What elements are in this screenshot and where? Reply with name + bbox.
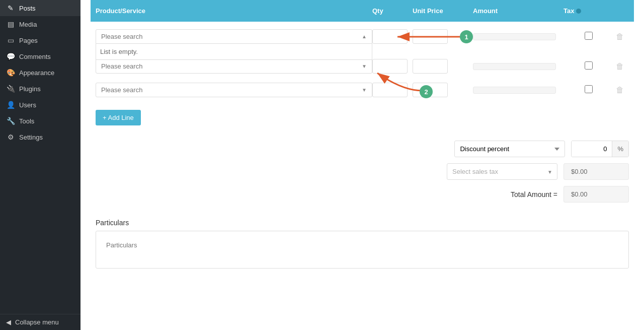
unit-price-cell-row2 bbox=[413, 59, 473, 74]
dropdown-arrow-row3: ▼ bbox=[362, 87, 367, 93]
tax-checkbox-row2[interactable] bbox=[585, 61, 593, 70]
col-tax: Tax bbox=[564, 7, 614, 15]
sidebar-item-media[interactable]: ▤ Media bbox=[0, 16, 80, 32]
sidebar-item-plugins[interactable]: 🔌 Plugins bbox=[0, 81, 80, 97]
tax-cell-row2 bbox=[564, 61, 614, 71]
tax-checkbox-row3[interactable] bbox=[585, 85, 593, 93]
add-line-section: + Add Line bbox=[91, 105, 634, 130]
pages-icon: ▭ bbox=[6, 36, 15, 44]
unit-price-cell-row3 bbox=[413, 83, 473, 97]
delete-cell-row2: 🗑 bbox=[614, 62, 629, 71]
comments-icon: 💬 bbox=[6, 52, 15, 60]
col-amount: Amount bbox=[473, 7, 564, 15]
amount-display-row3 bbox=[473, 87, 556, 94]
sidebar: ✎ Posts ▤ Media ▭ Pages 💬 Comments 🎨 App… bbox=[0, 0, 80, 330]
collapse-menu-button[interactable]: ◀ Collapse menu bbox=[0, 314, 80, 330]
total-row: Total Amount = $0.00 bbox=[96, 186, 629, 203]
total-amount-value: $0.00 bbox=[564, 186, 629, 203]
table-header: Product/Service Qty Unit Price Amount Ta… bbox=[91, 0, 634, 22]
table-row: ▼ 🗑 bbox=[91, 80, 634, 100]
sidebar-item-pages[interactable]: ▭ Pages bbox=[0, 32, 80, 48]
add-line-button[interactable]: + Add Line bbox=[96, 110, 141, 125]
sidebar-item-posts[interactable]: ✎ Posts bbox=[0, 0, 80, 16]
sidebar-item-label: Comments bbox=[19, 53, 51, 60]
search-input-row1[interactable] bbox=[101, 33, 362, 40]
sidebar-item-label: Posts bbox=[19, 5, 36, 12]
posts-icon: ✎ bbox=[6, 4, 15, 12]
sidebar-item-tools[interactable]: 🔧 Tools bbox=[0, 113, 80, 129]
col-product: Product/Service bbox=[96, 7, 372, 15]
product-search-row1[interactable]: ▲ List is empty. bbox=[96, 29, 372, 44]
total-amount-label: Total Amount = bbox=[511, 190, 557, 199]
sidebar-item-appearance[interactable]: 🎨 Appearance bbox=[0, 64, 80, 81]
delete-button-row3[interactable]: 🗑 bbox=[614, 86, 626, 95]
dropdown-list-row1: List is empty. bbox=[96, 44, 372, 60]
qty-cell-row2 bbox=[372, 59, 413, 74]
search-input-row2[interactable] bbox=[101, 62, 362, 70]
sidebar-item-users[interactable]: 👤 Users bbox=[0, 97, 80, 113]
discount-input-wrapper: % bbox=[571, 141, 629, 157]
settings-icon: ⚙ bbox=[6, 133, 15, 141]
sales-tax-select-wrapper: Select sales tax ▼ bbox=[447, 163, 557, 180]
tax-cell-row3 bbox=[564, 85, 614, 95]
sidebar-item-comments[interactable]: 💬 Comments bbox=[0, 48, 80, 64]
particulars-textarea[interactable] bbox=[101, 236, 623, 261]
product-search-row2[interactable]: ▼ 2 bbox=[96, 59, 372, 74]
amount-cell-row2 bbox=[473, 63, 564, 70]
tax-indicator-dot bbox=[576, 9, 581, 14]
particulars-section: Particulars bbox=[91, 214, 634, 274]
qty-input-row2[interactable] bbox=[372, 59, 408, 74]
amount-cell-row3 bbox=[473, 87, 564, 94]
particulars-label: Particulars bbox=[96, 219, 629, 227]
search-input-wrapper-row3[interactable]: ▼ bbox=[96, 83, 372, 97]
col-unit-price: Unit Price bbox=[413, 7, 473, 15]
empty-list-message: List is empty. bbox=[100, 48, 138, 55]
sales-tax-row: Select sales tax ▼ $0.00 bbox=[96, 163, 629, 180]
sidebar-item-label: Tools bbox=[19, 117, 34, 125]
search-input-wrapper-row2[interactable]: ▼ bbox=[96, 59, 372, 74]
search-input-row3[interactable] bbox=[101, 86, 362, 94]
discount-type-select[interactable]: Discount percent Discount fixed bbox=[454, 141, 565, 157]
appearance-icon: 🎨 bbox=[6, 69, 15, 77]
media-icon: ▤ bbox=[6, 20, 15, 28]
collapse-label: Collapse menu bbox=[15, 318, 59, 326]
dropdown-arrow-row1: ▲ bbox=[362, 34, 367, 39]
tax-cell-row1 bbox=[564, 32, 614, 41]
col-qty: Qty bbox=[372, 7, 413, 15]
delete-cell-row1: 🗑 bbox=[614, 32, 629, 41]
delete-button-row2[interactable]: 🗑 bbox=[614, 62, 626, 71]
tax-checkbox-row1[interactable] bbox=[585, 32, 593, 40]
qty-input-row3[interactable] bbox=[372, 83, 408, 97]
sales-tax-amount: $0.00 bbox=[564, 163, 629, 180]
amount-display-row1 bbox=[473, 33, 556, 40]
product-search-row3[interactable]: ▼ bbox=[96, 83, 372, 97]
discount-symbol: % bbox=[612, 141, 628, 157]
users-icon: 👤 bbox=[6, 101, 15, 109]
unit-price-input-row1[interactable] bbox=[413, 29, 448, 44]
sidebar-item-label: Appearance bbox=[19, 69, 54, 77]
sidebar-item-label: Pages bbox=[19, 37, 38, 44]
qty-input-row1[interactable] bbox=[372, 29, 408, 44]
delete-button-row1[interactable]: 🗑 bbox=[614, 32, 626, 41]
collapse-icon: ◀ bbox=[6, 318, 11, 326]
discount-value-input[interactable] bbox=[572, 141, 612, 157]
unit-price-input-row2[interactable] bbox=[413, 59, 448, 74]
sidebar-item-label: Users bbox=[19, 101, 36, 109]
plugins-icon: 🔌 bbox=[6, 85, 15, 93]
unit-price-input-row3[interactable] bbox=[413, 83, 448, 97]
discount-row: Discount percent Discount fixed % bbox=[96, 141, 629, 157]
sales-tax-select[interactable]: Select sales tax bbox=[447, 163, 557, 180]
unit-price-cell-row1 bbox=[413, 29, 473, 44]
amount-cell-row1 bbox=[473, 33, 564, 40]
tools-icon: 🔧 bbox=[6, 117, 15, 125]
search-input-wrapper-row1[interactable]: ▲ bbox=[96, 29, 372, 44]
sidebar-item-label: Plugins bbox=[19, 85, 41, 93]
qty-cell-row3 bbox=[372, 83, 413, 97]
table-row: ▲ List is empty. bbox=[91, 27, 634, 46]
qty-cell-row1 bbox=[372, 29, 413, 44]
content-area: Product/Service Qty Unit Price Amount Ta… bbox=[80, 0, 644, 284]
delete-cell-row3: 🗑 bbox=[614, 86, 629, 95]
sidebar-item-settings[interactable]: ⚙ Settings bbox=[0, 129, 80, 145]
sidebar-item-label: Media bbox=[19, 21, 37, 28]
summary-section: Discount percent Discount fixed % Select… bbox=[91, 130, 634, 214]
